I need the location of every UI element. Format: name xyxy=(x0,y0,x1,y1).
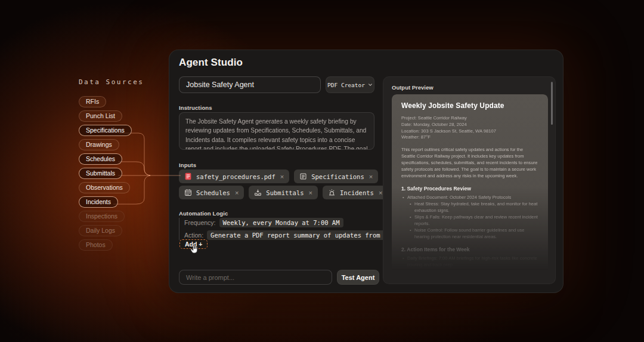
chip-label: Schedules xyxy=(196,189,230,196)
chip-label: Submittals xyxy=(266,189,304,196)
instructions-text: The Jobsite Safety Agent generates a wee… xyxy=(185,117,368,150)
sidebar-item-schedules[interactable]: Schedules xyxy=(79,153,122,165)
data-source-list: RFIs Punch List Specifications Drawings … xyxy=(79,96,144,251)
action-value[interactable]: Generate a PDF report summary of updates… xyxy=(207,230,402,240)
inputs-label: Inputs xyxy=(179,162,196,168)
instructions-field[interactable]: The Jobsite Safety Agent generates a wee… xyxy=(179,112,374,150)
remove-chip-icon[interactable]: × xyxy=(308,189,312,196)
instructions-label: Instructions xyxy=(179,104,212,111)
hand-pointer-cursor xyxy=(189,244,199,254)
prompt-input[interactable] xyxy=(179,270,332,285)
automation-logic-label: Automation Logic xyxy=(179,210,228,217)
input-chip-row-2: Schedules × Submittals × xyxy=(179,186,406,199)
data-sources-sidebar: Data Sources RFIs Punch List Specificati… xyxy=(79,78,144,251)
test-agent-label: Test Agent xyxy=(342,274,375,281)
chip-label: Specifications xyxy=(311,173,364,180)
preview-document[interactable]: Weekly Jobsite Safety Update Project: Se… xyxy=(392,94,548,273)
bullet-item: Slips & Falls: Keep pathways clear and r… xyxy=(408,214,538,227)
remove-chip-icon[interactable]: × xyxy=(369,173,373,180)
chip-label: Incidents xyxy=(340,189,374,196)
inbox-tray-icon xyxy=(254,189,262,196)
output-type-label: PDF Creator xyxy=(327,82,365,88)
document-meta: Project: Seattle Corridor Railway Date: … xyxy=(401,115,538,141)
remove-chip-icon[interactable]: × xyxy=(280,173,284,180)
spec-document-icon xyxy=(299,172,307,180)
frequency-key: Frequency: xyxy=(184,219,216,226)
section-heading-2: 2. Action Items for the Week xyxy=(401,247,538,252)
output-preview-panel: Output Preview Weekly Jobsite Safety Upd… xyxy=(383,76,556,284)
chip-label: safety_procedures.pdf xyxy=(196,173,275,180)
action-key: Action: xyxy=(184,232,203,239)
sidebar-item-specifications[interactable]: Specifications xyxy=(79,125,132,136)
section-1-bullets: Attached Document: October 2024 Safety P… xyxy=(401,194,538,240)
sidebar-item-observations[interactable]: Observations xyxy=(79,182,130,193)
agent-studio-screen: Data Sources RFIs Punch List Specificati… xyxy=(0,0,644,342)
section-heading-1: 1. Safety Procedures Review xyxy=(401,186,538,192)
section-2-bullets: Daily Briefings: 7:00 AM briefings for h… xyxy=(401,255,538,307)
bullet-item: Incident Review: Address causes of minor… xyxy=(401,268,538,281)
bullet-item: Equipment Checks: Verify safety of concr… xyxy=(401,281,538,294)
chip-safety-procedures-pdf[interactable]: safety_procedures.pdf × xyxy=(179,170,289,183)
frequency-value[interactable]: Weekly, every Monday at 7:00 AM xyxy=(219,218,343,227)
document-title: Weekly Jobsite Safety Update xyxy=(401,101,538,110)
sidebar-item-rfis[interactable]: RFIs xyxy=(79,96,106,107)
agent-studio-panel: Agent Studio PDF Creator Instructions Th… xyxy=(169,50,564,293)
chip-submittals[interactable]: Submittals × xyxy=(249,186,318,199)
test-agent-button[interactable]: Test Agent xyxy=(337,270,379,285)
meta-location: Location: 303 S Jackson St, Seattle, WA … xyxy=(401,128,538,135)
sidebar-item-punch-list[interactable]: Punch List xyxy=(79,110,122,122)
sidebar-item-drawings[interactable]: Drawings xyxy=(79,139,119,150)
sidebar-item-submittals[interactable]: Submittals xyxy=(79,168,122,179)
chip-specifications[interactable]: Specifications × xyxy=(294,170,378,183)
automation-rules: Frequency: Weekly, every Monday at 7:00 … xyxy=(179,218,402,240)
sidebar-item-inspections[interactable]: Inspections xyxy=(79,211,125,222)
meta-weather: Weather: 87°F xyxy=(401,134,538,141)
agent-name-input[interactable] xyxy=(179,76,321,93)
document-intro: This report outlines critical safety upd… xyxy=(401,146,538,179)
chevron-down-icon xyxy=(368,82,373,87)
pdf-file-icon xyxy=(184,172,192,180)
chip-schedules[interactable]: Schedules × xyxy=(179,186,244,199)
bullet-item: Heat Stress: Stay hydrated, take breaks,… xyxy=(408,201,538,214)
siren-icon xyxy=(328,189,336,196)
calendar-icon xyxy=(184,189,192,196)
bullet-item: Daily Briefings: 7:00 AM briefings for h… xyxy=(401,255,538,268)
data-sources-title: Data Sources xyxy=(79,78,144,86)
document-scrollbar[interactable] xyxy=(551,82,553,125)
sidebar-item-daily-logs[interactable]: Daily Logs xyxy=(79,225,122,236)
output-preview-label: Output Preview xyxy=(392,84,434,91)
meta-date: Date: Monday, October 28, 2024 xyxy=(401,122,538,128)
bullet-item: Attached Document: October 2024 Safety P… xyxy=(401,194,538,201)
page-title: Agent Studio xyxy=(179,57,243,69)
remove-chip-icon[interactable]: × xyxy=(234,189,239,196)
sidebar-item-incidents[interactable]: Incidents xyxy=(79,196,118,208)
automation-row-action: Action: Generate a PDF report summary of… xyxy=(184,230,402,240)
input-chip-row-1: safety_procedures.pdf × Specifications × xyxy=(179,170,378,183)
bullet-item: Noise Control: Follow sound barrier guid… xyxy=(408,227,538,240)
sidebar-item-photos[interactable]: Photos xyxy=(79,239,113,251)
automation-row-frequency: Frequency: Weekly, every Monday at 7:00 … xyxy=(184,218,402,227)
remove-chip-icon[interactable]: × xyxy=(378,189,382,196)
output-type-dropdown[interactable]: PDF Creator xyxy=(326,76,374,93)
bullet-item: Traffic Diversions: Update detour routes… xyxy=(401,294,538,307)
chip-incidents[interactable]: Incidents × xyxy=(323,186,388,199)
meta-project: Project: Seattle Corridor Railway xyxy=(401,115,538,122)
